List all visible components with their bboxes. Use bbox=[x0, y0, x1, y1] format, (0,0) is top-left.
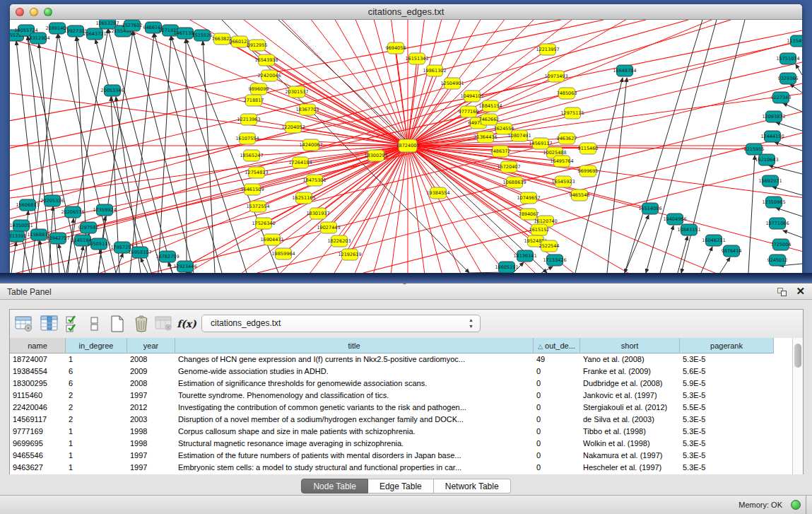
svg-text:16904471: 16904471 bbox=[260, 237, 283, 243]
column-header-out_de[interactable]: △ out_de... bbox=[534, 338, 580, 354]
network-node[interactable]: 10771066 bbox=[765, 218, 789, 229]
network-node[interactable]: 15692971 bbox=[758, 175, 782, 187]
network-node[interactable]: 9876414 bbox=[722, 245, 742, 257]
svg-text:18475301: 18475301 bbox=[302, 177, 326, 183]
column-header-short[interactable]: short bbox=[580, 338, 680, 354]
table-row[interactable]: 946554611997Estimation of the future num… bbox=[10, 450, 803, 462]
table-row[interactable]: 946362711997Embryonic stem cells: a mode… bbox=[10, 462, 803, 474]
table-cell: 0 bbox=[534, 402, 580, 414]
network-node[interactable]: 7486372 bbox=[490, 146, 511, 157]
column-header-in_degree[interactable]: in_degree bbox=[66, 338, 127, 354]
function-builder-icon[interactable]: f(x) bbox=[177, 314, 196, 334]
network-node[interactable]: 1527602 bbox=[122, 20, 143, 31]
table-row[interactable]: 911546021997Tourette syndrome. Phenomeno… bbox=[10, 390, 803, 402]
network-node[interactable]: 19027443 bbox=[317, 222, 340, 233]
network-node[interactable]: 16107554 bbox=[235, 133, 259, 144]
delete-table-icon[interactable] bbox=[131, 314, 151, 334]
network-node[interactable]: 12350965 bbox=[762, 197, 785, 208]
table-row[interactable]: 1938455462009Genome-wide association stu… bbox=[10, 366, 803, 378]
table-selector-dropdown[interactable]: citations_edges.txt ▲▼ bbox=[201, 315, 481, 332]
network-node[interactable]: 16543938 bbox=[254, 54, 278, 66]
network-node[interactable]: 9297587 bbox=[78, 222, 99, 233]
tab-network-table[interactable]: Network Table bbox=[434, 479, 511, 493]
network-node[interactable]: 9115460 bbox=[578, 143, 599, 154]
network-node[interactable]: 11154988 bbox=[787, 35, 802, 47]
network-node[interactable]: 2522544 bbox=[539, 240, 560, 252]
tab-node-table[interactable]: Node Table bbox=[301, 479, 368, 493]
network-node[interactable]: 8215955 bbox=[744, 144, 765, 155]
network-node[interactable]: 9777169 bbox=[459, 106, 479, 117]
network-node[interactable]: 7485063 bbox=[557, 88, 577, 99]
network-node[interactable]: 19384554 bbox=[426, 187, 449, 199]
network-node[interactable]: 16046211 bbox=[702, 235, 725, 246]
network-node[interactable]: 9227343 bbox=[771, 92, 792, 103]
row-height-icon[interactable] bbox=[85, 314, 105, 334]
network-node[interactable]: 18226203 bbox=[327, 235, 351, 247]
network-node[interactable]: 10494101 bbox=[460, 90, 483, 102]
network-node[interactable]: 9245012 bbox=[767, 255, 788, 266]
vertical-scrollbar[interactable] bbox=[792, 338, 803, 474]
network-node[interactable]: 15751074 bbox=[776, 53, 799, 64]
table-row[interactable]: 1830029562008Estimation of significance … bbox=[10, 378, 803, 390]
network-node[interactable]: 15606813 bbox=[16, 199, 39, 211]
network-node[interactable]: 17133426 bbox=[543, 255, 566, 266]
network-node[interactable]: 17359924 bbox=[93, 204, 116, 216]
network-graph[interactable]: 2055201114055724183129042089140619927305… bbox=[10, 20, 802, 273]
network-node[interactable]: 9465546 bbox=[570, 189, 590, 201]
network-node[interactable]: 12975115 bbox=[560, 107, 584, 119]
table-row[interactable]: 1456911722003Disruption of a novel membe… bbox=[10, 414, 803, 426]
network-node[interactable]: 18301937 bbox=[306, 208, 329, 219]
network-node[interactable]: 9694058 bbox=[386, 42, 406, 54]
network-node[interactable]: 12444150 bbox=[760, 131, 784, 142]
network-window-titlebar[interactable]: citations_edges.txt bbox=[10, 4, 802, 20]
network-node[interactable]: 9699695 bbox=[578, 165, 599, 177]
network-node[interactable]: 9896099 bbox=[249, 83, 269, 95]
network-node[interactable]: 16151342 bbox=[405, 53, 428, 64]
column-header-name[interactable]: name bbox=[10, 338, 66, 354]
table-row[interactable]: 1872400712008Changes of HCN gene express… bbox=[10, 354, 803, 366]
show-column-icon[interactable] bbox=[40, 314, 59, 334]
column-header-title[interactable]: title bbox=[175, 338, 534, 354]
network-node[interactable]: 16648784 bbox=[613, 65, 636, 76]
network-node[interactable]: 7462662 bbox=[479, 114, 500, 125]
network-node[interactable]: 2718817 bbox=[244, 95, 264, 106]
tab-edge-table[interactable]: Edge Table bbox=[368, 479, 434, 493]
network-node[interactable]: 14350051 bbox=[10, 220, 33, 231]
network-node[interactable]: 7515526 bbox=[192, 30, 213, 41]
column-header-pagerank[interactable]: pagerank bbox=[680, 338, 774, 354]
network-hub-node[interactable]: 18724007 bbox=[396, 139, 419, 152]
network-node[interactable]: 16210643 bbox=[755, 154, 778, 165]
network-node[interactable]: 12204057 bbox=[281, 122, 305, 133]
network-node[interactable]: 12754813 bbox=[245, 167, 268, 178]
network-node[interactable]: 12192619 bbox=[338, 249, 361, 260]
column-header-year[interactable]: year bbox=[127, 338, 175, 354]
network-node[interactable]: 19859964 bbox=[271, 248, 295, 259]
network-node[interactable]: 9463627 bbox=[557, 133, 577, 144]
delete-column-icon[interactable] bbox=[154, 314, 174, 334]
table-row[interactable]: 977716911998Corpus callosum shape and si… bbox=[10, 426, 803, 438]
network-node[interactable]: 8912955 bbox=[247, 40, 268, 51]
table-row[interactable]: 2242004622012Investigating the contribut… bbox=[10, 402, 803, 414]
table-row[interactable]: 969969511998Structural magnetic resonanc… bbox=[10, 438, 803, 450]
table-settings-icon[interactable] bbox=[14, 314, 34, 334]
network-canvas[interactable]: 2055201114055724183129042089140619927305… bbox=[10, 20, 802, 273]
network-node[interactable]: 20053346 bbox=[100, 85, 124, 96]
network-node[interactable]: 9313391 bbox=[10, 230, 26, 242]
close-panel-icon[interactable]: ✕ bbox=[796, 285, 805, 298]
float-panel-icon[interactable] bbox=[777, 288, 787, 296]
svg-text:10749657: 10749657 bbox=[517, 195, 540, 201]
network-node[interactable]: 1615152 bbox=[529, 224, 550, 235]
scrollbar-thumb[interactable] bbox=[794, 344, 801, 368]
network-node[interactable]: 9329366 bbox=[778, 73, 799, 84]
svg-text:20205336: 20205336 bbox=[40, 198, 64, 204]
new-table-icon[interactable] bbox=[107, 314, 127, 334]
network-node[interactable]: 10843151 bbox=[677, 224, 700, 235]
network-node[interactable]: 15372554 bbox=[246, 201, 269, 212]
network-node[interactable]: 7725004 bbox=[771, 239, 792, 250]
panel-splitter-handle[interactable]: ▲ bbox=[402, 281, 409, 285]
network-node[interactable]: 12504901 bbox=[440, 78, 464, 89]
network-node[interactable]: 16545923 bbox=[551, 176, 575, 187]
network-node[interactable]: 18565247 bbox=[240, 150, 263, 161]
network-node[interactable]: 20206576 bbox=[61, 206, 84, 218]
select-rows-icon[interactable] bbox=[64, 314, 83, 334]
